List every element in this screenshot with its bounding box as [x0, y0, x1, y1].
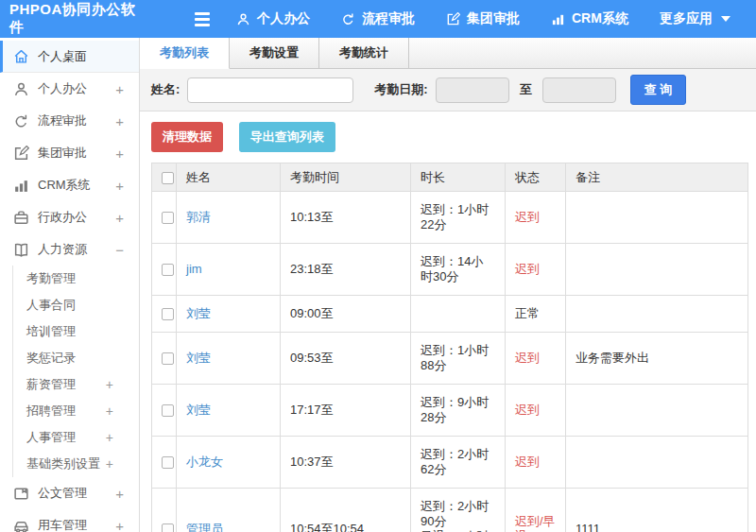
employee-name-link[interactable]: jim [186, 262, 202, 276]
employee-name-link[interactable]: 管理员 [186, 522, 223, 532]
sidebar-item-crm-system[interactable]: CRM系统 + [0, 169, 139, 201]
filter-bar: 姓名: 考勤日期: 至 查 询 [140, 69, 756, 112]
topnav-label: 更多应用 [660, 10, 713, 27]
attendance-time-cell: 09:53至 [281, 333, 411, 385]
expand-icon[interactable]: + [106, 430, 113, 445]
user-icon [13, 81, 29, 97]
hamburger-menu-icon[interactable] [195, 12, 210, 26]
sidebar-item-label: 个人办公 [38, 80, 87, 97]
select-all-checkbox[interactable] [162, 172, 174, 184]
sidebar-item-personal-office[interactable]: 个人办公 + [0, 73, 139, 105]
bar-chart-icon [13, 178, 29, 194]
tab-attendance-settings[interactable]: 考勤设置 [230, 38, 319, 68]
sidebar-subitem-label: 培训管理 [26, 323, 76, 340]
expand-icon[interactable]: + [115, 210, 124, 226]
main-content: 考勤列表 考勤设置 考勤统计 姓名: 考勤日期: 至 查 询 清理数据 导出查询… [140, 38, 756, 532]
name-filter-input[interactable] [187, 77, 353, 103]
sidebar-item-document-management[interactable]: 公文管理 + [0, 477, 139, 509]
employee-name-link[interactable]: 小龙女 [186, 455, 223, 469]
sidebar-item-label: CRM系统 [38, 177, 91, 194]
table-row: 小龙女 10:37至 迟到：2小时62分 迟到 [152, 437, 748, 489]
expand-icon[interactable]: + [106, 403, 113, 419]
expand-icon[interactable]: + [115, 486, 124, 502]
topnav-more-apps[interactable]: 更多应用 [660, 10, 730, 27]
workflow-icon [341, 12, 355, 26]
topnav-personal-office[interactable]: 个人办公 [236, 10, 310, 27]
collapse-icon[interactable]: − [115, 242, 124, 258]
expand-icon[interactable]: + [115, 113, 124, 129]
expand-icon[interactable]: + [115, 146, 124, 162]
row-checkbox[interactable] [162, 456, 174, 469]
sidebar-item-admin-office[interactable]: 行政办公 + [0, 201, 139, 233]
note-cell [566, 244, 748, 296]
app-logo: PHPOA协同办公软件 [0, 1, 140, 37]
expand-icon[interactable]: + [115, 178, 124, 194]
topnav-label: 个人办公 [257, 10, 310, 27]
attendance-time-cell: 10:37至 [281, 437, 411, 489]
sidebar-subitem-personnel-management[interactable]: 人事管理 + [13, 424, 139, 451]
topnav-crm-system[interactable]: CRM系统 [551, 10, 628, 27]
status-badge: 迟到 [506, 192, 566, 244]
employee-name-link[interactable]: 刘莹 [186, 403, 211, 417]
bar-chart-icon [551, 12, 565, 26]
duration-cell: 迟到：14小时30分 [411, 244, 506, 296]
date-from-input[interactable] [436, 77, 509, 103]
date-to-label: 至 [520, 81, 532, 98]
expand-icon[interactable]: + [115, 81, 124, 97]
expand-icon[interactable]: + [106, 377, 113, 392]
sidebar-item-group-approval[interactable]: 集团审批 + [0, 137, 139, 169]
note-cell [566, 385, 748, 437]
sidebar-item-human-resources[interactable]: 人力资源 − [0, 233, 139, 266]
duration-cell: 迟到：2小时62分 [411, 437, 506, 489]
sidebar-item-workflow-approval[interactable]: 流程审批 + [0, 105, 139, 137]
export-list-button[interactable]: 导出查询列表 [239, 122, 335, 152]
table-row: jim 23:18至 迟到：14小时30分 迟到 [152, 244, 748, 296]
expand-icon[interactable]: + [115, 518, 124, 532]
search-button[interactable]: 查 询 [630, 75, 687, 105]
sidebar-subitem-label: 人事合同 [26, 297, 76, 314]
date-to-input[interactable] [542, 77, 616, 103]
row-checkbox[interactable] [162, 352, 174, 365]
expand-icon[interactable]: + [106, 456, 113, 472]
note-cell [566, 437, 748, 489]
sidebar-item-label: 公文管理 [38, 485, 87, 502]
sidebar-subitem-recruit-management[interactable]: 招聘管理 + [13, 398, 139, 424]
row-checkbox[interactable] [162, 308, 174, 320]
row-checkbox[interactable] [162, 523, 174, 532]
attendance-table: 姓名 考勤时间 时长 状态 备注 郭清 10:13至 迟到：1小时22分 迟到 … [151, 163, 748, 532]
row-checkbox[interactable] [162, 264, 174, 276]
table-header-row: 姓名 考勤时间 时长 状态 备注 [152, 163, 748, 192]
status-badge: 迟到 [506, 244, 566, 296]
attendance-time-cell: 09:00至 [281, 296, 411, 333]
clean-data-button[interactable]: 清理数据 [151, 122, 223, 152]
sidebar-subitem-training-management[interactable]: 培训管理 [13, 318, 139, 345]
sidebar-subitem-label: 奖惩记录 [26, 350, 76, 367]
column-header-duration: 时长 [411, 163, 506, 192]
duration-cell: 迟到：1小时22分 [411, 192, 506, 244]
sidebar-item-label: 流程审批 [38, 112, 87, 129]
tab-attendance-list[interactable]: 考勤列表 [140, 38, 230, 69]
sidebar-item-personal-desktop[interactable]: 个人桌面 [0, 41, 139, 73]
sidebar-subitem-attendance-management[interactable]: 考勤管理 [13, 266, 139, 292]
employee-name-link[interactable]: 刘莹 [186, 306, 211, 320]
sidebar-item-vehicle-management[interactable]: 用车管理 + [0, 509, 139, 532]
tab-attendance-statistics[interactable]: 考勤统计 [319, 38, 409, 68]
sidebar-subitem-salary-management[interactable]: 薪资管理 + [13, 371, 139, 398]
employee-name-link[interactable]: 郭清 [186, 210, 211, 224]
sidebar-subitem-reward-punishment[interactable]: 奖惩记录 [13, 345, 139, 371]
table-row: 刘莹 09:53至 迟到：1小时88分 迟到 业务需要外出 [152, 333, 748, 385]
topnav-workflow-approval[interactable]: 流程审批 [341, 10, 415, 27]
row-checkbox[interactable] [162, 404, 174, 417]
sidebar-item-label: 个人桌面 [38, 48, 87, 65]
employee-name-link[interactable]: 刘莹 [186, 351, 211, 365]
topnav-group-approval[interactable]: 集团审批 [446, 10, 520, 27]
note-cell: 1111 [566, 489, 748, 532]
sidebar-subitem-base-category-settings[interactable]: 基础类别设置 + [13, 451, 139, 477]
table-row: 郭清 10:13至 迟到：1小时22分 迟到 [152, 192, 748, 244]
sidebar-subitem-hr-contract[interactable]: 人事合同 [13, 292, 139, 318]
caret-down-icon [721, 16, 730, 22]
sidebar: 个人桌面 个人办公 + 流程审批 + 集团审批 + [0, 38, 140, 532]
home-icon [13, 48, 29, 64]
attendance-table-container: 姓名 考勤时间 时长 状态 备注 郭清 10:13至 迟到：1小时22分 迟到 … [140, 163, 756, 532]
row-checkbox[interactable] [162, 212, 174, 224]
